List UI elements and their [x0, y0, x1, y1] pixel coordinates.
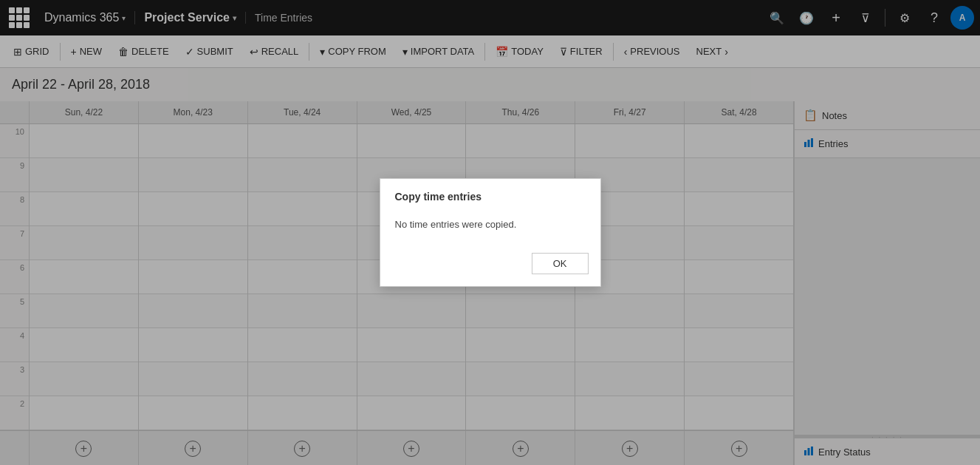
- modal-message: No time entries were copied.: [380, 211, 600, 247]
- modal-overlay: Copy time entries No time entries were c…: [0, 0, 980, 465]
- modal-ok-button[interactable]: OK: [532, 253, 589, 274]
- modal-title: Copy time entries: [380, 179, 600, 211]
- copy-time-entries-modal: Copy time entries No time entries were c…: [380, 178, 601, 287]
- modal-footer: OK: [380, 247, 600, 286]
